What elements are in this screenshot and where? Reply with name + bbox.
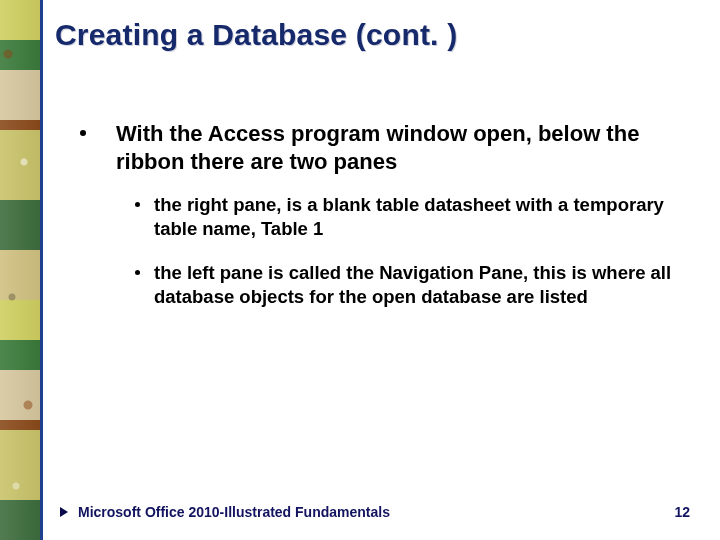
- blue-vertical-rule: [40, 0, 43, 540]
- slide-body: With the Access program window open, bel…: [80, 120, 680, 329]
- footer-text: Microsoft Office 2010-Illustrated Fundam…: [78, 504, 390, 520]
- bullet-level1-text: With the Access program window open, bel…: [116, 120, 680, 175]
- page-number: 12: [674, 504, 690, 520]
- bullet-level2-text: the left pane is called the Navigation P…: [154, 261, 674, 309]
- bullet-level2: the left pane is called the Navigation P…: [135, 261, 680, 309]
- slide-footer: Microsoft Office 2010-Illustrated Fundam…: [60, 504, 690, 520]
- bullet-dot-icon: [135, 270, 140, 275]
- bullet-dot-icon: [135, 202, 140, 207]
- bullet-level2: the right pane, is a blank table datashe…: [135, 193, 680, 241]
- bullet-level2-group: the right pane, is a blank table datashe…: [135, 193, 680, 309]
- footer-left: Microsoft Office 2010-Illustrated Fundam…: [60, 504, 390, 520]
- bullet-level1: With the Access program window open, bel…: [80, 120, 680, 175]
- arrow-right-icon: [60, 507, 68, 517]
- decorative-left-strip: [0, 0, 40, 540]
- bullet-dot-icon: [80, 130, 86, 136]
- slide: Creating a Database (cont. ) With the Ac…: [0, 0, 720, 540]
- bullet-level2-text: the right pane, is a blank table datashe…: [154, 193, 674, 241]
- slide-title: Creating a Database (cont. ): [55, 18, 457, 52]
